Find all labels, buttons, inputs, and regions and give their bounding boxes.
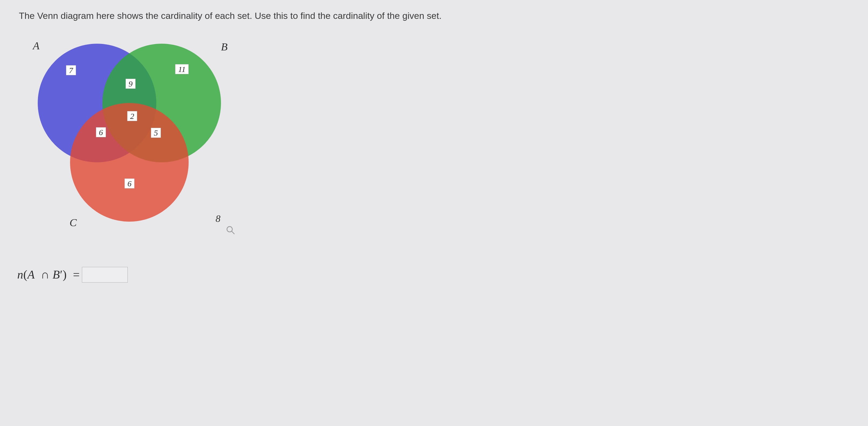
expr-open: ( (24, 268, 28, 281)
intersect-icon: ∩ (38, 268, 53, 281)
region-outside: 8 (216, 213, 220, 224)
region-ac-only: 6 (96, 127, 106, 138)
problem-prompt: The Venn diagram here shows the cardinal… (19, 10, 849, 22)
set-a-label: A (33, 39, 39, 52)
expression-label: n(A ∩ B′) = (17, 268, 80, 281)
venn-svg (27, 33, 237, 260)
set-c-label: C (69, 216, 77, 229)
prime-icon: ′ (60, 268, 63, 281)
answer-input[interactable] (82, 267, 128, 282)
region-b-only: 11 (175, 64, 189, 74)
expr-b: B (53, 268, 60, 281)
region-a-only: 7 (66, 65, 76, 75)
equals-icon: = (70, 268, 80, 281)
venn-diagram: A B C 7 11 9 2 6 5 6 8 (27, 33, 237, 260)
expr-n: n (17, 268, 24, 281)
zoom-icon[interactable] (226, 225, 235, 235)
expr-close: ) (63, 268, 67, 281)
region-c-only: 6 (124, 179, 134, 189)
region-ab-only: 9 (126, 79, 135, 89)
region-bc-only: 5 (151, 128, 161, 138)
set-b-label: B (221, 40, 227, 53)
region-abc: 2 (127, 111, 137, 121)
answer-row: n(A ∩ B′) = (17, 267, 849, 282)
page: The Venn diagram here shows the cardinal… (0, 0, 868, 292)
svg-line-1 (231, 231, 234, 234)
expr-a: A (28, 268, 35, 281)
